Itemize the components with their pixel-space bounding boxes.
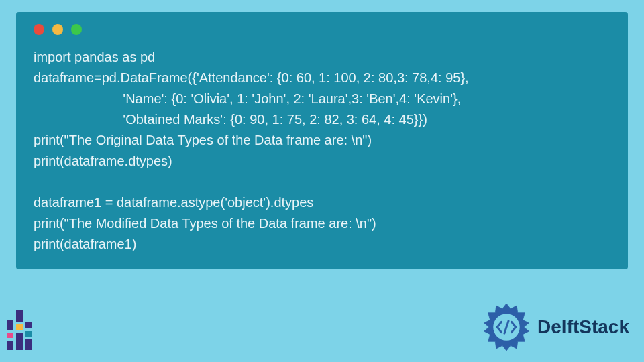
gear-icon <box>481 302 532 353</box>
code-panel: import pandas as pd dataframe=pd.DataFra… <box>16 12 628 269</box>
brand-logo: DelftStack <box>481 302 629 353</box>
maximize-icon <box>71 24 82 35</box>
left-logo-icon <box>7 307 32 350</box>
window-controls <box>34 24 610 35</box>
brand-name: DelftStack <box>537 316 629 338</box>
close-icon <box>34 24 44 35</box>
minimize-icon <box>52 24 63 35</box>
code-block: import pandas as pd dataframe=pd.DataFra… <box>34 47 610 255</box>
